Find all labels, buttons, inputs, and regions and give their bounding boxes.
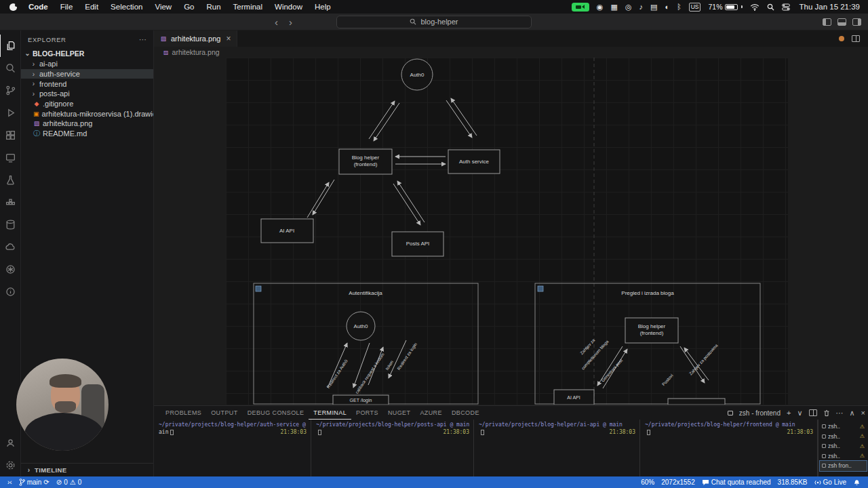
tree-item-posts-api[interactable]: › posts-api bbox=[21, 89, 153, 99]
remote-indicator[interactable]: ›‹ bbox=[4, 479, 16, 486]
new-terminal-icon[interactable]: + bbox=[787, 409, 791, 417]
wifi-icon[interactable] bbox=[750, 3, 760, 11]
session-row-active[interactable]: zsh fron.. bbox=[820, 461, 867, 471]
maximize-panel-icon[interactable]: ∧ bbox=[850, 409, 855, 417]
panel-tab-terminal[interactable]: TERMINAL bbox=[309, 406, 351, 420]
toggle-panel-icon[interactable] bbox=[837, 18, 846, 26]
activitybar-database[interactable] bbox=[0, 214, 21, 236]
panel-tab-debug-console[interactable]: DEBUG CONSOLE bbox=[243, 406, 309, 420]
stage-manager-icon[interactable]: ▦ bbox=[610, 3, 617, 12]
close-tab-icon[interactable]: × bbox=[226, 34, 231, 43]
close-panel-icon[interactable]: × bbox=[861, 409, 865, 417]
architecture-diagram: Auth0 Blog helper (frontend) Auth servic… bbox=[226, 58, 788, 405]
record-icon[interactable]: ◉ bbox=[597, 3, 604, 12]
menu-help[interactable]: Help bbox=[309, 3, 337, 11]
timeline-section[interactable]: › TIMELINE bbox=[21, 463, 153, 476]
toggle-sidebar-icon[interactable] bbox=[823, 18, 831, 26]
tree-item-arhitektura-png[interactable]: ▨ arhitektura.png bbox=[21, 119, 153, 129]
terminal-pane-ai-api[interactable]: ~/private/projects/blog-helper/ai-api @ … bbox=[474, 420, 640, 476]
tree-item-gitignore[interactable]: ◆ .gitignore bbox=[21, 99, 153, 109]
go-live-button[interactable]: Go Live bbox=[811, 479, 850, 486]
problems-indicator[interactable]: ⊘ 0 ⚠ 0 bbox=[53, 479, 85, 486]
split-terminal-icon[interactable] bbox=[809, 409, 817, 416]
chat-quota-status[interactable]: Chat quota reached bbox=[698, 479, 774, 486]
zoom-level[interactable]: 60% bbox=[637, 479, 658, 486]
branch-indicator[interactable]: main ⟳ bbox=[16, 479, 53, 486]
diagram-arrow bbox=[307, 182, 329, 218]
breadcrumb[interactable]: ▨ arhitektura.png bbox=[154, 47, 868, 58]
activitybar-docker[interactable] bbox=[0, 191, 21, 214]
active-session-label[interactable]: zsh - frontend bbox=[739, 409, 781, 417]
tree-item-ai-api[interactable]: › ai-api bbox=[21, 59, 153, 69]
notifications-bell[interactable] bbox=[850, 479, 864, 486]
bluetooth-icon[interactable]: ᛒ bbox=[677, 3, 682, 11]
navigate-back-icon[interactable]: ‹ bbox=[275, 17, 278, 27]
sidebar-more-actions-icon[interactable]: ⋯ bbox=[139, 35, 146, 44]
spotlight-icon[interactable] bbox=[767, 3, 774, 11]
activitybar-settings[interactable] bbox=[0, 454, 21, 476]
activitybar-accounts[interactable] bbox=[0, 432, 21, 454]
siri-icon[interactable]: ◐ bbox=[665, 3, 669, 11]
panel-tab-nuget[interactable]: NUGET bbox=[383, 406, 416, 420]
activitybar-explorer[interactable] bbox=[0, 35, 21, 57]
warning-icon: ⚠ bbox=[860, 433, 865, 439]
menu-window[interactable]: Window bbox=[269, 3, 309, 11]
menubar-clock[interactable]: Thu Jan 15 21:39 bbox=[799, 3, 860, 11]
menu-terminal[interactable]: Terminal bbox=[227, 3, 269, 11]
tree-item-drawio[interactable]: ▣ arhitektura-mikroservisa (1).drawio bbox=[21, 108, 153, 119]
terminal-pane-frontend[interactable]: ~/private/projects/blog-helper/frontend … bbox=[640, 420, 818, 476]
screen-recording-indicator[interactable] bbox=[572, 3, 589, 12]
tree-item-auth-service[interactable]: › auth-service bbox=[21, 69, 153, 79]
session-row[interactable]: zsh.. ⚠ bbox=[820, 441, 867, 451]
menu-edit[interactable]: Edit bbox=[79, 3, 104, 11]
sound-icon[interactable]: ♪ bbox=[639, 3, 643, 11]
panel-more-icon[interactable]: ⋯ bbox=[836, 409, 844, 417]
battery-indicator[interactable]: 71% bbox=[708, 3, 743, 11]
tab-arhitektura-png[interactable]: ▨ arhitektura.png × bbox=[154, 30, 237, 47]
menu-selection[interactable]: Selection bbox=[104, 3, 149, 11]
terminal-pane-posts-api[interactable]: ~/private/projects/blog-helper/posts-api… bbox=[311, 420, 474, 476]
session-row[interactable]: zsh.. ⚠ bbox=[820, 451, 867, 462]
person-beard bbox=[55, 401, 76, 413]
menu-run[interactable]: Run bbox=[200, 3, 226, 11]
workspace-root-row[interactable]: ⌄ BLOG-HELPER bbox=[21, 47, 153, 59]
terminal-timestamp: 21:38:03 bbox=[787, 429, 813, 436]
activitybar-source-control[interactable] bbox=[0, 79, 21, 102]
keyboard-layout-indicator[interactable]: US bbox=[689, 3, 701, 12]
terminal-icon bbox=[822, 424, 826, 428]
session-row[interactable]: zsh.. ⚠ bbox=[820, 432, 867, 442]
menu-go[interactable]: Go bbox=[178, 3, 200, 11]
split-editor-icon[interactable] bbox=[852, 35, 860, 42]
menu-file[interactable]: File bbox=[54, 3, 79, 11]
activitybar-info[interactable] bbox=[0, 281, 21, 303]
terminal-dropdown-icon[interactable]: ∨ bbox=[797, 409, 802, 417]
session-row[interactable]: zsh.. ⚠ bbox=[820, 422, 867, 432]
panel-tab-dbcode[interactable]: DBCODE bbox=[447, 406, 484, 420]
display-icon[interactable]: ▤ bbox=[650, 3, 657, 12]
customize-layout-icon[interactable] bbox=[852, 18, 861, 26]
tree-item-readme[interactable]: ⓘ README.md bbox=[21, 129, 153, 139]
kill-terminal-icon[interactable] bbox=[823, 409, 830, 417]
image-preview-canvas[interactable]: Auth0 Blog helper (frontend) Auth servic… bbox=[154, 58, 868, 405]
panel-tab-output[interactable]: OUTPUT bbox=[206, 406, 242, 420]
activitybar-testing[interactable] bbox=[0, 169, 21, 191]
tree-item-frontend[interactable]: › frontend bbox=[21, 79, 153, 89]
activitybar-azure[interactable] bbox=[0, 236, 21, 258]
menu-app-name[interactable]: Code bbox=[22, 3, 54, 11]
activitybar-kubernetes[interactable] bbox=[0, 258, 21, 281]
panel-tab-ports[interactable]: PORTS bbox=[351, 406, 383, 420]
panel-tab-azure[interactable]: AZURE bbox=[415, 406, 447, 420]
apple-menu-icon[interactable] bbox=[9, 3, 17, 11]
accessibility-icon[interactable]: ◎ bbox=[625, 3, 632, 12]
activitybar-remote-explorer[interactable] bbox=[0, 146, 21, 169]
terminal-pane-auth-service[interactable]: ~/private/projects/blog-helper/auth-serv… bbox=[154, 420, 311, 476]
activitybar-search[interactable] bbox=[0, 57, 21, 79]
activitybar-extensions[interactable] bbox=[0, 124, 21, 146]
activitybar-run-debug[interactable] bbox=[0, 102, 21, 124]
editor-action-icon[interactable] bbox=[839, 36, 844, 41]
panel-tab-problems[interactable]: PROBLEMS bbox=[161, 406, 206, 420]
command-center-search[interactable]: blog-helper bbox=[336, 16, 532, 28]
navigate-forward-icon[interactable]: › bbox=[289, 17, 292, 27]
menu-view[interactable]: View bbox=[149, 3, 178, 11]
control-center-icon[interactable] bbox=[782, 3, 790, 11]
